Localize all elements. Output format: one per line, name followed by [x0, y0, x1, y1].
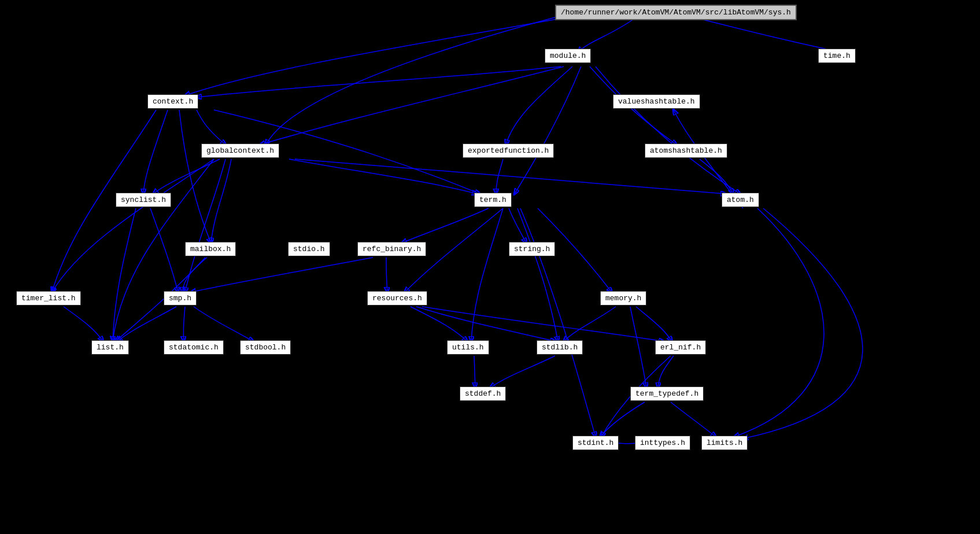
atom-h-node[interactable]: atom.h	[722, 193, 759, 207]
inttypes-h-node[interactable]: inttypes.h	[635, 436, 690, 450]
atomshashtable-h-node[interactable]: atomshashtable.h	[645, 143, 727, 158]
stdlib-h-label: stdlib.h	[542, 343, 578, 352]
atomshashtable-h-label: atomshashtable.h	[650, 146, 722, 155]
resources-h-node[interactable]: resources.h	[367, 291, 427, 305]
exportedfunction-h-node[interactable]: exportedfunction.h	[463, 143, 554, 158]
sys-h-label: /home/runner/work/AtomVM/AtomVM/src/libA…	[561, 8, 791, 17]
stdbool-h-node[interactable]: stdbool.h	[240, 340, 291, 355]
synclist-h-label: synclist.h	[121, 196, 166, 204]
mailbox-h-label: mailbox.h	[190, 245, 231, 253]
stdatomic-h-node[interactable]: stdatomic.h	[164, 340, 224, 355]
dependency-graph-edges	[0, 0, 980, 534]
timer-list-h-node[interactable]: timer_list.h	[16, 291, 81, 305]
string-h-node[interactable]: string.h	[509, 242, 555, 256]
timer-list-h-label: timer_list.h	[21, 294, 76, 303]
term-typedef-h-label: term_typedef.h	[635, 389, 698, 398]
context-h-node[interactable]: context.h	[147, 94, 198, 109]
list-h-node[interactable]: list.h	[91, 340, 129, 355]
valueshashtable-h-node[interactable]: valueshashtable.h	[613, 94, 700, 109]
context-h-label: context.h	[153, 97, 193, 106]
smp-h-label: smp.h	[169, 294, 191, 303]
stdatomic-h-label: stdatomic.h	[169, 343, 219, 352]
time-h-label: time.h	[823, 51, 850, 60]
time-h-node[interactable]: time.h	[818, 49, 856, 63]
stddef-h-label: stddef.h	[465, 389, 501, 398]
inttypes-h-label: inttypes.h	[640, 439, 685, 447]
stdint-h-node[interactable]: stdint.h	[572, 436, 619, 450]
mailbox-h-node[interactable]: mailbox.h	[185, 242, 236, 256]
limits-h-node[interactable]: limits.h	[701, 436, 748, 450]
stddef-h-node[interactable]: stddef.h	[460, 386, 506, 401]
utils-h-node[interactable]: utils.h	[447, 340, 489, 355]
stdbool-h-label: stdbool.h	[245, 343, 286, 352]
sys-h-node[interactable]: /home/runner/work/AtomVM/AtomVM/src/libA…	[555, 5, 797, 20]
smp-h-node[interactable]: smp.h	[164, 291, 197, 305]
stdio-h-node[interactable]: stdio.h	[288, 242, 330, 256]
erl-nif-h-node[interactable]: erl_nif.h	[655, 340, 706, 355]
erl-nif-h-label: erl_nif.h	[660, 343, 701, 352]
refc-binary-h-label: refc_binary.h	[363, 245, 421, 253]
exportedfunction-h-label: exportedfunction.h	[468, 146, 549, 155]
string-h-label: string.h	[514, 245, 550, 253]
globalcontext-h-label: globalcontext.h	[206, 146, 274, 155]
refc-binary-h-node[interactable]: refc_binary.h	[357, 242, 426, 256]
resources-h-label: resources.h	[372, 294, 422, 303]
globalcontext-h-node[interactable]: globalcontext.h	[201, 143, 279, 158]
memory-h-node[interactable]: memory.h	[600, 291, 646, 305]
synclist-h-node[interactable]: synclist.h	[116, 193, 171, 207]
term-h-label: term.h	[479, 196, 506, 204]
module-h-label: module.h	[550, 51, 586, 60]
memory-h-label: memory.h	[605, 294, 641, 303]
valueshashtable-h-label: valueshashtable.h	[618, 97, 695, 106]
term-h-node[interactable]: term.h	[474, 193, 512, 207]
limits-h-label: limits.h	[707, 439, 742, 447]
stdlib-h-node[interactable]: stdlib.h	[537, 340, 583, 355]
stdint-h-label: stdint.h	[578, 439, 613, 447]
list-h-label: list.h	[97, 343, 124, 352]
stdio-h-label: stdio.h	[293, 245, 325, 253]
utils-h-label: utils.h	[452, 343, 484, 352]
term-typedef-h-node[interactable]: term_typedef.h	[630, 386, 704, 401]
atom-h-label: atom.h	[727, 196, 754, 204]
module-h-node[interactable]: module.h	[545, 49, 591, 63]
